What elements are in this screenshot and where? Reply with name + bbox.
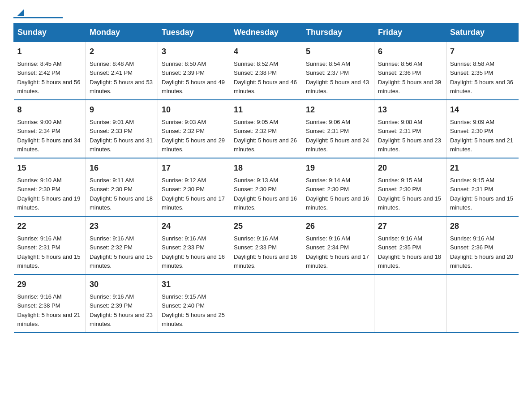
- page-header: [13, 9, 519, 18]
- calendar-cell: [446, 274, 519, 333]
- calendar-cell: 29Sunrise: 9:16 AMSunset: 2:38 PMDayligh…: [14, 274, 86, 333]
- calendar-cell: 25Sunrise: 9:16 AMSunset: 2:33 PMDayligh…: [230, 216, 302, 274]
- day-number: 14: [450, 104, 515, 116]
- calendar-cell: 5Sunrise: 8:54 AMSunset: 2:37 PMDaylight…: [302, 42, 374, 100]
- calendar-cell: 19Sunrise: 9:14 AMSunset: 2:30 PMDayligh…: [302, 158, 374, 216]
- day-number: 11: [234, 104, 298, 116]
- day-info: Sunrise: 9:16 AMSunset: 2:31 PMDaylight:…: [17, 235, 81, 269]
- calendar-cell: 3Sunrise: 8:50 AMSunset: 2:39 PMDaylight…: [158, 42, 230, 100]
- calendar-cell: 10Sunrise: 9:03 AMSunset: 2:32 PMDayligh…: [158, 100, 230, 158]
- day-info: Sunrise: 9:16 AMSunset: 2:32 PMDaylight:…: [90, 235, 153, 269]
- day-info: Sunrise: 9:16 AMSunset: 2:33 PMDaylight:…: [234, 235, 297, 269]
- day-number: 30: [90, 278, 154, 291]
- day-number: 12: [306, 104, 370, 116]
- day-info: Sunrise: 9:16 AMSunset: 2:39 PMDaylight:…: [90, 293, 153, 327]
- day-number: 29: [17, 278, 82, 291]
- day-number: 5: [306, 46, 370, 58]
- day-info: Sunrise: 9:05 AMSunset: 2:32 PMDaylight:…: [234, 119, 297, 153]
- calendar-cell: 28Sunrise: 9:16 AMSunset: 2:36 PMDayligh…: [446, 216, 519, 274]
- day-info: Sunrise: 9:16 AMSunset: 2:38 PMDaylight:…: [17, 293, 81, 327]
- day-info: Sunrise: 9:01 AMSunset: 2:33 PMDaylight:…: [90, 119, 153, 153]
- calendar-cell: 14Sunrise: 9:09 AMSunset: 2:30 PMDayligh…: [446, 100, 519, 158]
- day-info: Sunrise: 9:00 AMSunset: 2:34 PMDaylight:…: [17, 119, 81, 153]
- day-number: 18: [234, 162, 298, 174]
- day-info: Sunrise: 9:10 AMSunset: 2:30 PMDaylight:…: [17, 177, 81, 211]
- calendar-cell: 15Sunrise: 9:10 AMSunset: 2:30 PMDayligh…: [14, 158, 86, 216]
- day-info: Sunrise: 9:03 AMSunset: 2:32 PMDaylight:…: [162, 119, 225, 153]
- header-saturday: Saturday: [446, 23, 519, 42]
- calendar-cell: [230, 274, 302, 333]
- calendar-cell: 22Sunrise: 9:16 AMSunset: 2:31 PMDayligh…: [14, 216, 86, 274]
- day-info: Sunrise: 9:16 AMSunset: 2:33 PMDaylight:…: [162, 235, 225, 269]
- calendar-cell: 12Sunrise: 9:06 AMSunset: 2:31 PMDayligh…: [302, 100, 374, 158]
- header-friday: Friday: [374, 23, 446, 42]
- day-number: 23: [90, 220, 154, 232]
- day-info: Sunrise: 8:45 AMSunset: 2:42 PMDaylight:…: [17, 60, 81, 94]
- day-number: 28: [450, 220, 515, 232]
- day-number: 22: [17, 220, 82, 232]
- day-info: Sunrise: 8:52 AMSunset: 2:38 PMDaylight:…: [234, 60, 297, 94]
- header-thursday: Thursday: [302, 23, 374, 42]
- day-number: 17: [162, 162, 226, 174]
- week-row-5: 29Sunrise: 9:16 AMSunset: 2:38 PMDayligh…: [14, 274, 519, 333]
- week-row-4: 22Sunrise: 9:16 AMSunset: 2:31 PMDayligh…: [14, 216, 519, 274]
- day-number: 24: [162, 220, 226, 232]
- calendar-cell: 2Sunrise: 8:48 AMSunset: 2:41 PMDaylight…: [86, 42, 158, 100]
- logo: [13, 9, 63, 18]
- day-info: Sunrise: 9:15 AMSunset: 2:40 PMDaylight:…: [162, 293, 225, 327]
- calendar-cell: 8Sunrise: 9:00 AMSunset: 2:34 PMDaylight…: [14, 100, 86, 158]
- calendar-cell: 7Sunrise: 8:58 AMSunset: 2:35 PMDaylight…: [446, 42, 519, 100]
- week-row-3: 15Sunrise: 9:10 AMSunset: 2:30 PMDayligh…: [14, 158, 519, 216]
- calendar-cell: 18Sunrise: 9:13 AMSunset: 2:30 PMDayligh…: [230, 158, 302, 216]
- day-number: 20: [378, 162, 442, 174]
- day-info: Sunrise: 9:09 AMSunset: 2:30 PMDaylight:…: [450, 119, 513, 153]
- day-info: Sunrise: 9:16 AMSunset: 2:35 PMDaylight:…: [378, 235, 441, 269]
- calendar-cell: 1Sunrise: 8:45 AMSunset: 2:42 PMDaylight…: [14, 42, 86, 100]
- day-number: 8: [17, 104, 82, 116]
- calendar-cell: [302, 274, 374, 333]
- day-info: Sunrise: 9:08 AMSunset: 2:31 PMDaylight:…: [378, 119, 441, 153]
- day-info: Sunrise: 9:16 AMSunset: 2:34 PMDaylight:…: [306, 235, 369, 269]
- day-number: 25: [234, 220, 298, 232]
- calendar-cell: 17Sunrise: 9:12 AMSunset: 2:30 PMDayligh…: [158, 158, 230, 216]
- day-number: 2: [90, 46, 154, 58]
- day-number: 31: [162, 278, 226, 291]
- day-info: Sunrise: 8:50 AMSunset: 2:39 PMDaylight:…: [162, 60, 225, 94]
- calendar-cell: 30Sunrise: 9:16 AMSunset: 2:39 PMDayligh…: [86, 274, 158, 333]
- calendar-cell: [374, 274, 446, 333]
- day-number: 7: [450, 46, 515, 58]
- day-info: Sunrise: 9:14 AMSunset: 2:30 PMDaylight:…: [306, 177, 369, 211]
- calendar-cell: 20Sunrise: 9:15 AMSunset: 2:30 PMDayligh…: [374, 158, 446, 216]
- calendar-cell: 21Sunrise: 9:15 AMSunset: 2:31 PMDayligh…: [446, 158, 519, 216]
- logo-icon: [14, 7, 24, 17]
- header-row: SundayMondayTuesdayWednesdayThursdayFrid…: [14, 23, 519, 42]
- day-number: 15: [17, 162, 82, 174]
- day-number: 19: [306, 162, 370, 174]
- svg-marker-0: [17, 9, 24, 16]
- day-info: Sunrise: 8:56 AMSunset: 2:36 PMDaylight:…: [378, 60, 441, 94]
- day-info: Sunrise: 9:13 AMSunset: 2:30 PMDaylight:…: [234, 177, 297, 211]
- day-number: 4: [234, 46, 298, 58]
- calendar-cell: 31Sunrise: 9:15 AMSunset: 2:40 PMDayligh…: [158, 274, 230, 333]
- day-info: Sunrise: 9:12 AMSunset: 2:30 PMDaylight:…: [162, 177, 225, 211]
- day-info: Sunrise: 9:16 AMSunset: 2:36 PMDaylight:…: [450, 235, 513, 269]
- week-row-2: 8Sunrise: 9:00 AMSunset: 2:34 PMDaylight…: [14, 100, 519, 158]
- day-info: Sunrise: 8:54 AMSunset: 2:37 PMDaylight:…: [306, 60, 369, 94]
- calendar-cell: 24Sunrise: 9:16 AMSunset: 2:33 PMDayligh…: [158, 216, 230, 274]
- header-sunday: Sunday: [14, 23, 86, 42]
- day-number: 1: [17, 46, 82, 58]
- day-number: 13: [378, 104, 442, 116]
- calendar-cell: 27Sunrise: 9:16 AMSunset: 2:35 PMDayligh…: [374, 216, 446, 274]
- day-number: 21: [450, 162, 515, 174]
- day-info: Sunrise: 8:48 AMSunset: 2:41 PMDaylight:…: [90, 60, 153, 94]
- calendar-cell: 23Sunrise: 9:16 AMSunset: 2:32 PMDayligh…: [86, 216, 158, 274]
- day-info: Sunrise: 9:06 AMSunset: 2:31 PMDaylight:…: [306, 119, 369, 153]
- calendar-cell: 9Sunrise: 9:01 AMSunset: 2:33 PMDaylight…: [86, 100, 158, 158]
- header-tuesday: Tuesday: [158, 23, 230, 42]
- day-number: 27: [378, 220, 442, 232]
- calendar-cell: 11Sunrise: 9:05 AMSunset: 2:32 PMDayligh…: [230, 100, 302, 158]
- header-monday: Monday: [86, 23, 158, 42]
- day-number: 16: [90, 162, 154, 174]
- calendar-cell: 13Sunrise: 9:08 AMSunset: 2:31 PMDayligh…: [374, 100, 446, 158]
- calendar-cell: 4Sunrise: 8:52 AMSunset: 2:38 PMDaylight…: [230, 42, 302, 100]
